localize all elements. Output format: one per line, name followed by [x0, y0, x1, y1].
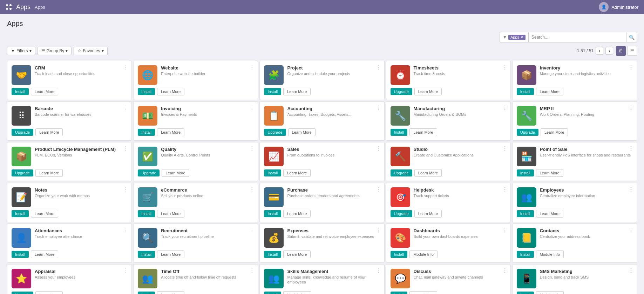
app-action2-btn-contacts[interactable]: Module Info — [536, 250, 564, 258]
app-menu-employees[interactable]: ⋮ — [628, 186, 634, 193]
app-menu-quality[interactable]: ⋮ — [249, 145, 255, 152]
app-menu-purchase[interactable]: ⋮ — [376, 186, 381, 193]
app-action-btn-accounting[interactable]: Upgrade — [264, 129, 286, 136]
app-action-btn-quality[interactable]: Upgrade — [138, 169, 160, 176]
app-action2-btn-expenses[interactable]: Learn More — [283, 250, 311, 258]
app-action-btn-project[interactable]: Install — [264, 88, 281, 95]
app-action2-btn-mrp[interactable]: Learn More — [541, 128, 568, 136]
app-action2-btn-skills[interactable]: Module Info — [283, 291, 311, 294]
app-action-btn-contacts[interactable]: Install — [517, 251, 534, 258]
app-action2-btn-pos[interactable]: Learn More — [536, 169, 563, 177]
app-action2-btn-crm[interactable]: Learn More — [31, 88, 58, 95]
app-menu-ecommerce[interactable]: ⋮ — [249, 186, 255, 193]
app-action2-btn-plm[interactable]: Learn More — [35, 169, 63, 177]
app-action2-btn-timesheets[interactable]: Learn More — [414, 88, 442, 95]
app-menu-contacts[interactable]: ⋮ — [628, 227, 634, 233]
app-menu-accounting[interactable]: ⋮ — [376, 105, 381, 111]
app-action2-btn-recruitment[interactable]: Learn More — [157, 250, 184, 258]
app-action-btn-expenses[interactable]: Install — [264, 251, 281, 258]
app-action-btn-employees[interactable]: Install — [517, 210, 534, 217]
app-action-btn-sms[interactable]: Install — [517, 292, 534, 294]
app-action2-btn-sales[interactable]: Learn More — [283, 169, 311, 177]
app-menu-studio[interactable]: ⋮ — [502, 145, 508, 152]
app-name[interactable]: Apps — [16, 4, 30, 11]
app-action-btn-timesheets[interactable]: Upgrade — [391, 88, 412, 95]
app-action2-btn-attendances[interactable]: Learn More — [31, 250, 58, 258]
app-action2-btn-manufacturing[interactable]: Learn More — [409, 128, 437, 136]
grid-view-button[interactable]: ⊞ — [616, 46, 626, 56]
app-menu-pos[interactable]: ⋮ — [628, 145, 634, 152]
app-action-btn-pos[interactable]: Install — [517, 169, 534, 176]
groupby-button[interactable]: ☰ Group By ▾ — [38, 47, 72, 55]
app-action-btn-ecommerce[interactable]: Install — [138, 210, 155, 217]
app-menu-inventory[interactable]: ⋮ — [628, 64, 634, 71]
app-menu-appraisal[interactable]: ⋮ — [123, 267, 129, 274]
app-menu-mrp[interactable]: ⋮ — [628, 105, 634, 111]
app-action-btn-attendances[interactable]: Install — [12, 251, 29, 258]
app-action2-btn-inventory[interactable]: Learn More — [536, 88, 563, 95]
app-action2-btn-purchase[interactable]: Learn More — [283, 210, 311, 218]
app-action-btn-timeoff[interactable]: Install — [138, 292, 155, 294]
app-action-btn-inventory[interactable]: Install — [517, 88, 534, 95]
app-menu-skills[interactable]: ⋮ — [376, 267, 381, 274]
app-action2-btn-helpdesk[interactable]: Learn More — [414, 210, 442, 218]
avatar[interactable]: 👤 — [599, 2, 609, 12]
app-action-btn-crm[interactable]: Install — [12, 88, 29, 95]
app-action2-btn-barcode[interactable]: Learn More — [35, 128, 63, 136]
app-action-btn-manufacturing[interactable]: Install — [391, 129, 408, 136]
app-menu-discuss[interactable]: ⋮ — [502, 267, 508, 274]
app-menu-expenses[interactable]: ⋮ — [376, 227, 381, 233]
app-action-btn-plm[interactable]: Upgrade — [12, 169, 33, 176]
app-action2-btn-website[interactable]: Learn More — [157, 88, 184, 95]
app-menu-timeoff[interactable]: ⋮ — [249, 267, 255, 274]
app-menu-timesheets[interactable]: ⋮ — [502, 64, 508, 71]
app-menu-invoicing[interactable]: ⋮ — [249, 105, 255, 111]
app-action2-btn-sms[interactable]: Module Info — [536, 291, 564, 294]
app-action-btn-recruitment[interactable]: Install — [138, 251, 155, 258]
app-menu-attendances[interactable]: ⋮ — [123, 227, 129, 233]
app-action2-btn-accounting[interactable]: Learn More — [288, 128, 316, 136]
active-filter-tag[interactable]: Apps ✕ — [508, 35, 526, 40]
app-action-btn-notes[interactable]: Install — [12, 210, 29, 217]
app-menu-barcode[interactable]: ⋮ — [123, 105, 129, 111]
app-action2-btn-invoicing[interactable]: Learn More — [157, 128, 184, 136]
app-menu-website[interactable]: ⋮ — [249, 64, 255, 71]
search-input[interactable] — [528, 32, 626, 42]
app-action-btn-discuss[interactable]: Install — [391, 292, 408, 294]
app-menu-sales[interactable]: ⋮ — [376, 145, 381, 152]
app-menu-sms[interactable]: ⋮ — [628, 267, 634, 274]
list-view-button[interactable]: ☰ — [627, 46, 637, 56]
app-action-btn-dashboards[interactable]: Install — [391, 251, 408, 258]
app-menu-helpdesk[interactable]: ⋮ — [502, 186, 508, 193]
app-action-btn-barcode[interactable]: Upgrade — [12, 129, 33, 136]
app-action2-btn-notes[interactable]: Learn More — [31, 210, 58, 218]
app-menu-dashboards[interactable]: ⋮ — [502, 227, 508, 233]
app-action-btn-mrp[interactable]: Upgrade — [517, 129, 538, 136]
app-action-btn-purchase[interactable]: Install — [264, 210, 281, 217]
app-action-btn-invoicing[interactable]: Install — [138, 129, 155, 136]
app-menu-manufacturing[interactable]: ⋮ — [502, 105, 508, 111]
app-action2-btn-project[interactable]: Learn More — [283, 88, 311, 95]
app-action-btn-helpdesk[interactable]: Upgrade — [391, 210, 412, 217]
app-menu-recruitment[interactable]: ⋮ — [249, 227, 255, 233]
filters-button[interactable]: ▼ Filters ▾ — [7, 47, 35, 55]
app-action-btn-website[interactable]: Install — [138, 88, 155, 95]
breadcrumb[interactable]: Apps — [35, 5, 45, 10]
app-action-btn-sales[interactable]: Install — [264, 169, 281, 176]
prev-page-button[interactable]: ‹ — [596, 47, 603, 55]
app-action-btn-skills[interactable]: Install — [264, 292, 281, 294]
app-menu-crm[interactable]: ⋮ — [123, 64, 129, 71]
app-action2-btn-appraisal[interactable]: Learn More — [35, 291, 63, 294]
app-action2-btn-studio[interactable]: Learn More — [414, 169, 442, 177]
app-action2-btn-dashboards[interactable]: Module Info — [409, 250, 437, 258]
app-action2-btn-timeoff[interactable]: Learn More — [157, 291, 184, 294]
app-menu-project[interactable]: ⋮ — [376, 64, 381, 71]
app-action-btn-studio[interactable]: Upgrade — [391, 169, 412, 176]
app-action2-btn-ecommerce[interactable]: Learn More — [157, 210, 184, 218]
next-page-button[interactable]: › — [605, 47, 613, 55]
favorites-button[interactable]: ☆ Favorites ▾ — [74, 47, 107, 55]
app-action2-btn-discuss[interactable]: Learn More — [409, 291, 437, 294]
app-menu-notes[interactable]: ⋮ — [123, 186, 129, 193]
remove-filter-icon[interactable]: ✕ — [520, 35, 523, 40]
app-action-btn-appraisal[interactable]: Upgrade — [12, 292, 33, 294]
